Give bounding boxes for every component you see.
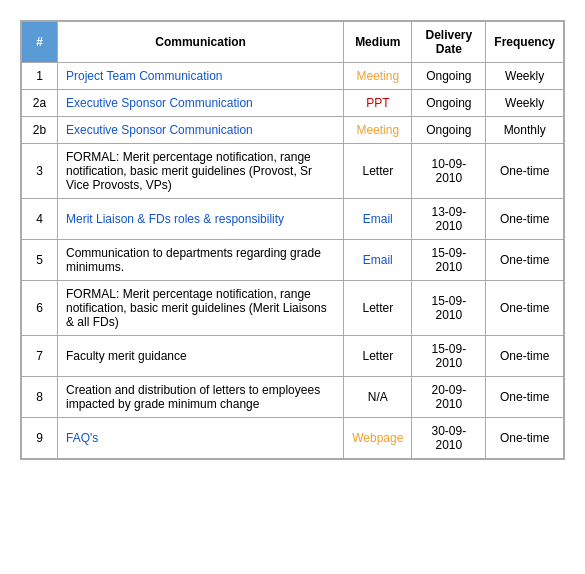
row-frequency: One-time [486, 199, 564, 240]
col-header-frequency: Frequency [486, 22, 564, 63]
table-row: 5Communication to departments regarding … [22, 240, 564, 281]
row-medium: Letter [344, 144, 412, 199]
row-frequency: One-time [486, 240, 564, 281]
row-communication: FORMAL: Merit percentage notification, r… [58, 281, 344, 336]
row-number: 2a [22, 90, 58, 117]
row-frequency: One-time [486, 377, 564, 418]
row-delivery-date: Ongoing [412, 63, 486, 90]
col-header-hash: # [22, 22, 58, 63]
row-delivery-date: 20-09-2010 [412, 377, 486, 418]
table-row: 8Creation and distribution of letters to… [22, 377, 564, 418]
row-communication[interactable]: Project Team Communication [58, 63, 344, 90]
row-frequency: One-time [486, 281, 564, 336]
table-row: 2aExecutive Sponsor CommunicationPPTOngo… [22, 90, 564, 117]
row-medium: Letter [344, 336, 412, 377]
row-communication[interactable]: Merit Liaison & FDs roles & responsibili… [58, 199, 344, 240]
row-medium: Letter [344, 281, 412, 336]
row-communication[interactable]: Executive Sponsor Communication [58, 90, 344, 117]
table-row: 9FAQ'sWebpage30-09-2010One-time [22, 418, 564, 459]
row-medium: Webpage [344, 418, 412, 459]
row-delivery-date: 15-09-2010 [412, 281, 486, 336]
row-delivery-date: 10-09-2010 [412, 144, 486, 199]
table-row: 3FORMAL: Merit percentage notification, … [22, 144, 564, 199]
table-row: 7Faculty merit guidanceLetter15-09-2010O… [22, 336, 564, 377]
col-header-communication: Communication [58, 22, 344, 63]
row-number: 9 [22, 418, 58, 459]
row-communication: Faculty merit guidance [58, 336, 344, 377]
row-delivery-date: 13-09-2010 [412, 199, 486, 240]
row-number: 4 [22, 199, 58, 240]
table-row: 6FORMAL: Merit percentage notification, … [22, 281, 564, 336]
row-delivery-date: Ongoing [412, 90, 486, 117]
row-delivery-date: 30-09-2010 [412, 418, 486, 459]
row-number: 5 [22, 240, 58, 281]
row-frequency: One-time [486, 144, 564, 199]
row-delivery-date: 15-09-2010 [412, 240, 486, 281]
row-number: 6 [22, 281, 58, 336]
table-row: 1Project Team CommunicationMeetingOngoin… [22, 63, 564, 90]
row-number: 3 [22, 144, 58, 199]
row-medium: Email [344, 240, 412, 281]
row-communication[interactable]: Executive Sponsor Communication [58, 117, 344, 144]
row-frequency: Monthly [486, 117, 564, 144]
row-medium: Email [344, 199, 412, 240]
row-number: 8 [22, 377, 58, 418]
row-frequency: Weekly [486, 90, 564, 117]
row-communication: Creation and distribution of letters to … [58, 377, 344, 418]
row-medium: PPT [344, 90, 412, 117]
row-communication: Communication to departments regarding g… [58, 240, 344, 281]
row-frequency: One-time [486, 418, 564, 459]
table-row: 4Merit Liaison & FDs roles & responsibil… [22, 199, 564, 240]
row-number: 1 [22, 63, 58, 90]
row-medium: Meeting [344, 117, 412, 144]
row-delivery-date: 15-09-2010 [412, 336, 486, 377]
row-communication: FORMAL: Merit percentage notification, r… [58, 144, 344, 199]
row-delivery-date: Ongoing [412, 117, 486, 144]
row-number: 2b [22, 117, 58, 144]
row-medium: Meeting [344, 63, 412, 90]
table-row: 2bExecutive Sponsor CommunicationMeeting… [22, 117, 564, 144]
col-header-medium: Medium [344, 22, 412, 63]
row-communication[interactable]: FAQ's [58, 418, 344, 459]
communication-table: # Communication Medium Delivery Date Fre… [20, 20, 565, 460]
row-frequency: Weekly [486, 63, 564, 90]
row-number: 7 [22, 336, 58, 377]
row-frequency: One-time [486, 336, 564, 377]
row-medium: N/A [344, 377, 412, 418]
col-header-delivery-date: Delivery Date [412, 22, 486, 63]
